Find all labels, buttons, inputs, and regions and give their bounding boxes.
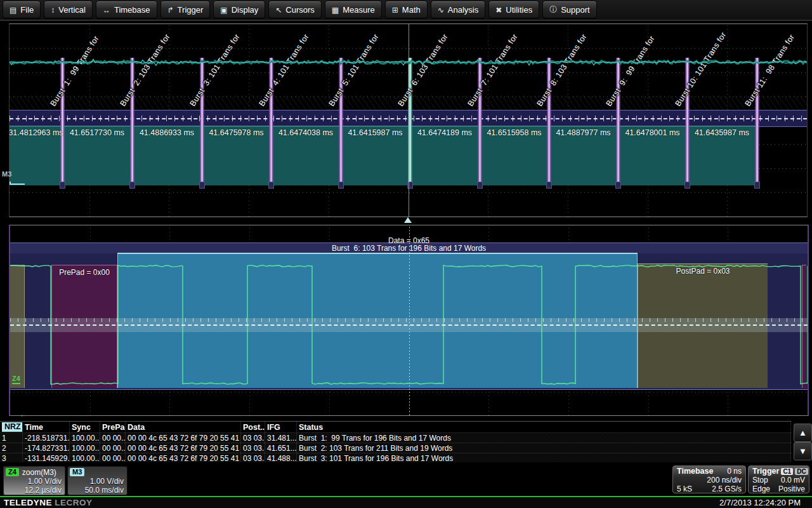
timebase-panel[interactable]: Timebase 0 ns 200 ns/div 5 kS 2.5 GS/s xyxy=(672,465,746,493)
menu-item-support[interactable]: ⓘSupport xyxy=(542,1,597,19)
table-cell: 00 00 4c 65 43 72 6f 79 20 55 41 52... xyxy=(126,443,241,453)
menu-item-timebase[interactable]: ↔Timebase xyxy=(96,1,157,19)
menu-item-label: Cursors xyxy=(285,5,315,15)
menu-item-label: Utilities xyxy=(506,5,532,15)
z4-trace-descriptor[interactable]: Z4 zoom(M3) 1.00 V/div 12.2 µs/div xyxy=(3,466,65,495)
datetime: 2/7/2013 12:24:20 PM xyxy=(719,498,801,507)
vertical-arrows-icon: ↕ xyxy=(51,6,55,15)
calculator-icon: ⊞ xyxy=(392,6,398,15)
oscilloscope-screen: ▤File↕Vertical↔Timebase↱Trigger▣Display↖… xyxy=(0,0,812,508)
brand-teledyne: TELEDYNE xyxy=(4,498,52,507)
table-scroll-up-button[interactable]: ▲ xyxy=(794,424,812,442)
timebase-delay: 0 ns xyxy=(727,467,742,476)
zoom-waveform-graticule[interactable]: Burst 6: 103 Trans for 196 Bits and 17 W… xyxy=(9,225,809,416)
cursor-dashed-line xyxy=(10,324,808,326)
menu-item-display[interactable]: ▣Display xyxy=(213,1,265,19)
trigger-coupling-badge: DC xyxy=(795,468,808,475)
trigger-edge-icon: ↱ xyxy=(167,6,174,15)
trigger-slope: Positive xyxy=(778,485,805,493)
menu-item-vertical[interactable]: ↕Vertical xyxy=(44,1,93,19)
column-header-post: Post... xyxy=(241,422,265,432)
table-cell: 100.00... xyxy=(70,453,100,463)
z4-badge: Z4 xyxy=(6,468,19,476)
column-header-data: Data xyxy=(126,422,241,432)
main-waveform-graticule[interactable]: Burst 1: 99 Trans forBurst 2: 103 Trans … xyxy=(9,23,808,217)
table-cell: 2 xyxy=(0,443,23,453)
m3-badge: M3 xyxy=(70,468,84,476)
timebase-samples: 5 kS xyxy=(677,485,692,493)
measure-icon: ▦ xyxy=(332,6,339,15)
table-cell: -174.827331... xyxy=(23,443,70,453)
column-header-status: Status xyxy=(297,422,791,432)
info-icon: ⓘ xyxy=(549,4,557,15)
menu-item-label: File xyxy=(20,5,34,15)
horizontal-arrows-icon: ↔ xyxy=(103,6,110,15)
table-cell: 100.00... xyxy=(70,433,100,443)
column-header-time: Time xyxy=(23,422,70,432)
menu-bar: ▤File↕Vertical↔Timebase↱Trigger▣Display↖… xyxy=(0,0,812,21)
table-row[interactable]: 2-174.827331...100.00...00 00...00 00 4c… xyxy=(0,443,791,453)
menu-item-file[interactable]: ▤File xyxy=(3,1,41,19)
brand-lecroy: LECROY xyxy=(55,498,92,507)
channel-m3-trace xyxy=(10,24,807,217)
timebase-per-div: 200 ns/div xyxy=(707,476,742,485)
table-cell: 03 03... xyxy=(241,433,265,443)
menu-item-trigger[interactable]: ↱Trigger xyxy=(160,1,211,19)
trigger-title: Trigger xyxy=(752,467,779,476)
table-cell: 3 xyxy=(0,453,23,463)
z4-descriptor-title: zoom(M3) xyxy=(22,468,56,477)
z4-vdiv-value: 1.00 V/div xyxy=(6,477,62,486)
nrz-decode-table: NRZTimeSyncPrePadDataPost...IFGStatus1-2… xyxy=(0,421,791,464)
table-cell: 31.481... xyxy=(265,433,297,443)
m3-vdiv-value: 1.00 V/div xyxy=(70,477,124,486)
menu-item-cursors[interactable]: ↖Cursors xyxy=(268,1,322,19)
table-cell: Burst 1: 99 Trans for 196 Bits and 17 Wo… xyxy=(297,433,791,443)
m3-trace-descriptor[interactable]: M3 1.00 V/div 50.0 ms/div xyxy=(67,466,128,495)
menu-item-analysis[interactable]: ∿Analysis xyxy=(431,1,485,19)
trigger-type: Edge xyxy=(752,485,770,493)
bottom-status-bar: Z4 zoom(M3) 1.00 V/div 12.2 µs/div M3 1.… xyxy=(0,462,812,496)
table-cell: 00 00... xyxy=(100,453,126,463)
cursor-band-ticks xyxy=(10,318,808,322)
timebase-title: Timebase xyxy=(677,467,713,476)
table-cell: -218.518731... xyxy=(23,433,70,443)
brand-logo: TELEDYNE LECROY xyxy=(4,498,93,507)
menu-item-utilities[interactable]: ✖Utilities xyxy=(488,1,539,19)
trigger-position-marker[interactable] xyxy=(404,217,412,223)
table-header-row: NRZTimeSyncPrePadDataPost...IFGStatus xyxy=(0,422,791,433)
menu-item-label: Display xyxy=(232,5,259,15)
nrz-badge: NRZ xyxy=(2,422,23,432)
z4-tdiv-value: 12.2 µs/div xyxy=(6,486,62,495)
trigger-panel[interactable]: Trigger C1DC Stop 0.0 mV Edge Positive xyxy=(748,465,809,493)
trigger-mode: Stop xyxy=(752,476,768,485)
footer-bar: TELEDYNE LECROY 2/7/2013 12:24:20 PM xyxy=(0,497,812,508)
menu-item-label: Analysis xyxy=(448,5,478,15)
menu-item-math[interactable]: ⊞Math xyxy=(385,1,428,19)
table-cell: 00 00... xyxy=(100,433,126,443)
cursor-band[interactable] xyxy=(10,318,808,332)
column-header-nrz: NRZ xyxy=(0,422,23,432)
file-icon: ▤ xyxy=(10,6,16,15)
analysis-chart-icon: ∿ xyxy=(438,6,444,15)
menu-item-label: Trigger xyxy=(178,5,204,15)
trigger-source-badge: C1 xyxy=(781,468,793,475)
table-cell: 03 03... xyxy=(241,443,265,453)
menu-item-label: Math xyxy=(402,5,421,15)
column-header-ifg: IFG xyxy=(265,422,297,432)
table-cell: 41.488... xyxy=(265,453,297,463)
table-scroll-down-button[interactable]: ▼ xyxy=(794,442,812,460)
table-cell: -131.145929... xyxy=(23,453,70,463)
utilities-tools-icon: ✖ xyxy=(495,6,502,15)
table-row[interactable]: 1-218.518731...100.00...00 00...00 00 4c… xyxy=(0,433,791,443)
menu-item-label: Support xyxy=(561,5,590,15)
timebase-sample-rate: 2.5 GS/s xyxy=(712,485,742,493)
column-header-sync: Sync xyxy=(70,422,100,432)
table-cell: 03 03... xyxy=(241,453,265,463)
table-cell: 00 00... xyxy=(100,443,126,453)
table-cell: 00 00 4c 65 43 72 6f 79 20 55 41 52... xyxy=(126,453,241,463)
menu-item-measure[interactable]: ▦Measure xyxy=(325,1,382,19)
table-cell: 1 xyxy=(0,433,23,443)
cursor-icon: ↖ xyxy=(275,6,282,15)
trigger-level: 0.0 mV xyxy=(781,476,805,485)
menu-item-label: Vertical xyxy=(58,5,86,15)
